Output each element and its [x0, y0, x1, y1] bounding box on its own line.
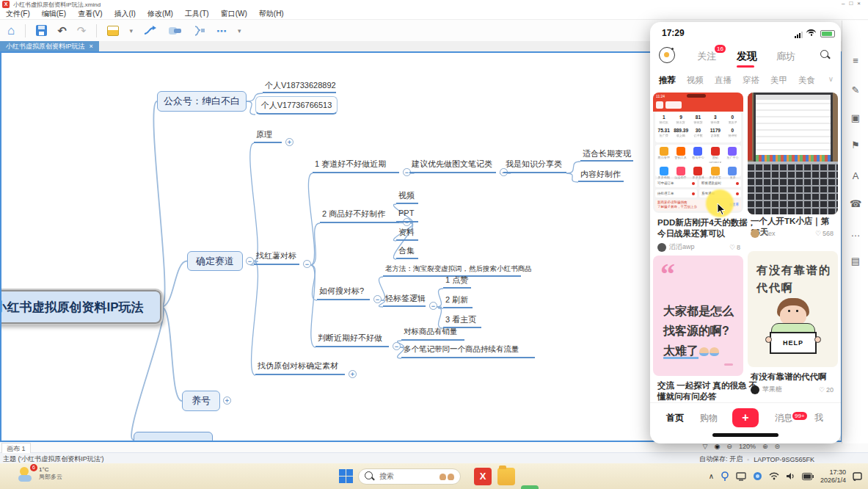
collapse-icon[interactable]: −: [393, 342, 401, 350]
collapse-icon[interactable]: −: [303, 260, 311, 268]
taskbar-search[interactable]: 搜索: [358, 468, 461, 485]
chat-icon[interactable]: …: [842, 228, 868, 239]
card2-author[interactable]: Alex: [762, 230, 776, 237]
collapse-icon[interactable]: −: [373, 295, 382, 303]
pitch-mode-icon[interactable]: ◉: [714, 443, 720, 450]
mindmap-node-central[interactable]: 小红书虚拟原创资料IP玩法: [0, 290, 161, 324]
search-icon[interactable]: [820, 50, 831, 60]
taskbar-explorer-icon[interactable]: [497, 468, 515, 485]
mindmap-node-shuaxin[interactable]: 2 刷新: [443, 294, 473, 308]
tab-close-icon[interactable]: ×: [90, 43, 93, 50]
screenshot-icon[interactable]: ▣: [842, 112, 868, 123]
heart-icon[interactable]: ♡: [815, 230, 821, 237]
menu-edit[interactable]: 编辑(E): [42, 9, 66, 19]
heart-icon[interactable]: ♡: [819, 386, 825, 394]
taskbar-xmind-icon[interactable]: X: [474, 468, 492, 485]
live-icon[interactable]: [659, 47, 675, 63]
tab-city[interactable]: 廊坊: [776, 50, 795, 63]
nav-post-button[interactable]: +: [732, 408, 759, 427]
feed-card-quote[interactable]: “ 大家都是怎么 找客源的啊? 太难了: [653, 256, 743, 376]
mindmap-node-duibiao[interactable]: 对标商品有销量: [401, 326, 464, 341]
heart-icon[interactable]: ♡: [729, 244, 735, 251]
translate-icon[interactable]: A: [842, 170, 868, 181]
tray-chevron-icon[interactable]: ∧: [709, 472, 714, 480]
tray-wifi-icon[interactable]: [769, 472, 779, 480]
cat-live[interactable]: 直播: [715, 75, 732, 86]
zoom-in-icon[interactable]: ⊕: [762, 443, 768, 450]
collapse-icon[interactable]: −: [429, 302, 437, 310]
mindmap-node-shipin[interactable]: 视频: [396, 189, 418, 204]
mindmap-node-ppt[interactable]: PPT: [396, 208, 418, 222]
mindmap-node-qingbiaoqian[interactable]: 轻标签逻辑−: [383, 292, 426, 307]
summary-icon[interactable]: [193, 25, 206, 37]
feed-card-help[interactable]: 有没有靠谱的代代啊 HELP: [748, 251, 838, 367]
home-icon[interactable]: ⌂: [7, 25, 15, 37]
mindmap-node-dianzan[interactable]: 1 点赞: [443, 274, 471, 289]
save-icon[interactable]: [36, 25, 47, 36]
mindmap-node-gongzhonghao[interactable]: 公众号：绅白不白: [157, 91, 247, 112]
tray-monitor-icon[interactable]: [736, 472, 746, 481]
cat-outfit[interactable]: 穿搭: [743, 75, 759, 86]
tab-discover[interactable]: 发现: [737, 50, 757, 63]
mindmap-node-jianyi[interactable]: 建议优先做图文笔记类−: [409, 158, 496, 173]
mindmap-node-v2[interactable]: 个人V17736766513: [255, 96, 338, 115]
cat-recommend[interactable]: 推荐: [659, 75, 676, 86]
menu-icon[interactable]: ≡: [842, 55, 868, 66]
chevron-down-icon[interactable]: ∨: [828, 75, 834, 83]
nav-messages[interactable]: 消息: [775, 412, 792, 424]
clipboard-icon[interactable]: ▤: [842, 256, 868, 267]
card1-caption[interactable]: PDD新店刚开4天的数据，今日战果还算可以: [657, 217, 756, 239]
tray-date[interactable]: 2026/1/4: [820, 477, 846, 485]
maximize-button[interactable]: □: [849, 0, 857, 7]
mindmap-node-v1[interactable]: 个人V18733628892: [263, 79, 336, 93]
home-indicator[interactable]: [712, 433, 778, 437]
mindmap-node-n2[interactable]: 2 商品好不好制作−: [320, 208, 399, 223]
mindmap-node-neirong[interactable]: 内容好制作: [578, 168, 624, 182]
tray-battery-icon[interactable]: [802, 473, 814, 480]
brush-icon[interactable]: ✎: [842, 84, 868, 95]
cat-food[interactable]: 美食: [798, 75, 815, 86]
tray-pin-icon[interactable]: [721, 471, 729, 482]
expand-icon[interactable]: +: [223, 396, 231, 405]
mindmap-node-wozhishi[interactable]: 我是知识分享类: [503, 158, 566, 173]
close-button[interactable]: ×: [857, 0, 865, 7]
mindmap-node-queding[interactable]: 确定赛道−: [187, 251, 243, 271]
style-icon[interactable]: [107, 26, 119, 36]
avatar[interactable]: [751, 229, 759, 238]
mindmap-node-yuanli[interactable]: 原理+: [254, 128, 282, 143]
avatar[interactable]: [657, 243, 666, 252]
menu-view[interactable]: 查看(V): [78, 9, 102, 19]
menu-help[interactable]: 帮助(H): [259, 9, 284, 19]
cat-video[interactable]: 视频: [687, 75, 704, 86]
fit-map-icon[interactable]: ⊜: [774, 443, 780, 450]
card1-author[interactable]: 滔滔awp: [669, 242, 695, 252]
mindmap-node-heji[interactable]: 合集: [396, 245, 418, 259]
expand-icon[interactable]: +: [349, 370, 357, 378]
minimize-button[interactable]: –: [842, 0, 849, 7]
mindmap-node-zhaowei[interactable]: 找伪原创对标确定素材+: [255, 360, 345, 375]
zoom-out-icon[interactable]: ⊖: [726, 443, 732, 450]
mindmap-node-duoge[interactable]: 多个笔记带同一个商品持续有流量: [401, 344, 535, 358]
start-button[interactable]: [339, 469, 353, 483]
filter-icon[interactable]: ▽: [703, 443, 708, 450]
avatar[interactable]: [751, 385, 759, 394]
redo-icon[interactable]: ↷: [77, 25, 87, 37]
nav-shopping[interactable]: 购物: [700, 412, 718, 424]
nav-me[interactable]: 我: [814, 412, 823, 424]
mindmap-node-ziliao[interactable]: 资料: [396, 226, 418, 241]
relationship-icon[interactable]: [143, 25, 158, 37]
more-icon[interactable]: ⋯: [216, 25, 227, 37]
menu-insert[interactable]: 插入(I): [114, 9, 135, 19]
mindmap-node-yanghao[interactable]: 养号+: [182, 391, 220, 411]
nav-home[interactable]: 首页: [666, 412, 684, 424]
mindmap-node-bottomnode[interactable]: [134, 432, 213, 442]
document-tab[interactable]: 小红书虚拟原创资料IP玩法 ×: [0, 41, 99, 51]
collapse-icon[interactable]: −: [246, 257, 254, 265]
mindmap-node-zhaohongshu[interactable]: 找红薯对标−: [254, 250, 299, 265]
notification-icon[interactable]: [853, 471, 862, 481]
mindmap-node-shihe[interactable]: 适合长期变现: [580, 148, 633, 162]
chevron-down-icon[interactable]: ▾: [238, 27, 241, 35]
card3-caption[interactable]: 交流 一起探讨 真的很急 不懂就问有问必答: [657, 380, 757, 402]
phone-icon[interactable]: ☎: [842, 198, 868, 209]
menu-tools[interactable]: 工具(T): [185, 9, 209, 19]
